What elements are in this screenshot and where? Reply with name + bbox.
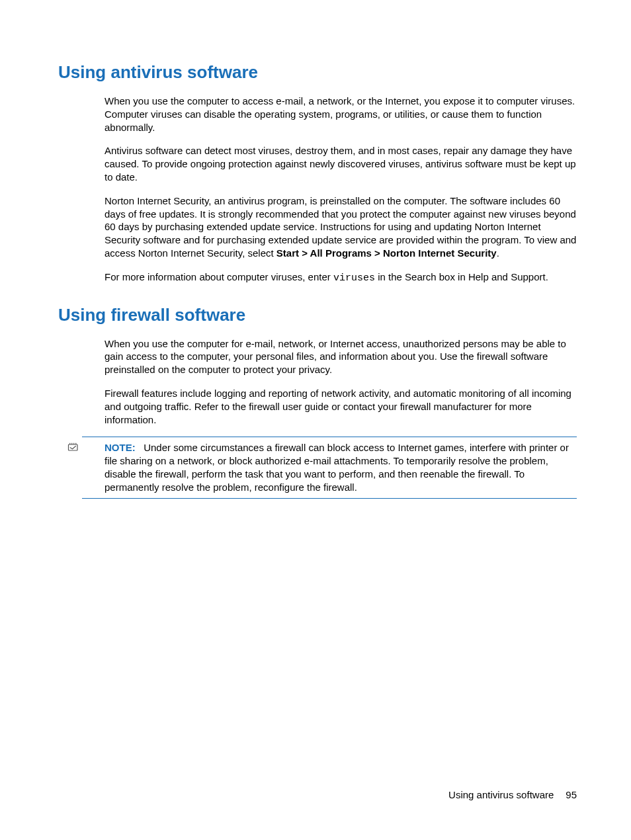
para-s1-4b: in the Search box in Help and Support. <box>375 271 548 282</box>
heading-firewall: Using firewall software <box>58 305 577 325</box>
note-text: Under some circumstances a firewall can … <box>105 442 569 492</box>
heading-antivirus: Using antivirus software <box>58 62 577 83</box>
para-s1-4: For more information about computer viru… <box>105 271 577 285</box>
note-content: NOTE: Under some circumstances a firewal… <box>82 441 577 493</box>
page-footer: Using antivirus software95 <box>448 789 577 800</box>
note-icon <box>67 441 79 452</box>
footer-page-number: 95 <box>566 789 577 800</box>
note-label: NOTE: <box>105 442 136 453</box>
para-s2-1: When you use the computer for e-mail, ne… <box>105 337 577 376</box>
para-s1-3b: . <box>497 247 499 259</box>
para-s1-2: Antivirus software can detect most virus… <box>105 144 577 183</box>
para-s2-2: Firewall features include logging and re… <box>105 387 577 426</box>
para-s1-4a: For more information about computer viru… <box>105 271 333 282</box>
para-s1-3-bold: Start > All Programs > Norton Internet S… <box>276 247 497 259</box>
svg-rect-0 <box>69 444 78 450</box>
para-s1-4-code: viruses <box>333 273 375 284</box>
para-s1-3: Norton Internet Security, an antivirus p… <box>105 194 577 260</box>
note-box: NOTE: Under some circumstances a firewal… <box>82 437 577 498</box>
footer-title: Using antivirus software <box>448 789 554 800</box>
para-s1-1: When you use the computer to access e-ma… <box>105 95 577 134</box>
